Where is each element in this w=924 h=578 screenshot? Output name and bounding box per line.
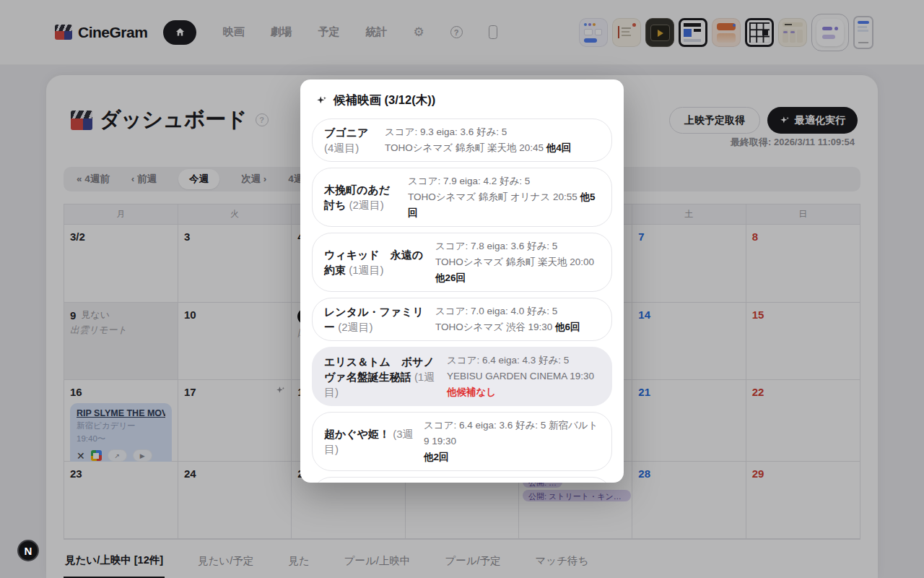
candidate-movies-modal: 候補映画 (3/12(木)) ブゴニア (4週目) スコア: 9.3 eiga:… <box>300 79 624 483</box>
candidate-movie-item[interactable]: レンタル・ファミリー (2週目) スコア: 7.0 eiga: 4.0 好み: … <box>312 298 612 341</box>
movie-showtime: TOHOシネマズ 錦糸町 楽天地 20:45 <box>385 142 544 153</box>
no-other-candidates: 他候補なし <box>447 384 600 400</box>
movie-scores: スコア: 7.8 eiga: 3.6 好み: 5 <box>435 238 600 254</box>
candidate-movie-item[interactable]: ウィキッド 永遠の約束 (1週目) スコア: 7.8 eiga: 3.6 好み:… <box>312 233 612 292</box>
movie-weeks: (4週目) <box>324 142 359 154</box>
modal-title: 候補映画 (3/12(木)) <box>334 92 435 108</box>
movie-scores: スコア: 9.3 eiga: 3.6 好み: 5 <box>385 124 600 140</box>
sparkle-icon <box>316 95 327 106</box>
movie-showtime: TOHOシネマズ 錦糸町 楽天地 20:00 <box>435 256 594 267</box>
movie-other-count: 他2回 <box>424 452 449 462</box>
candidate-movie-item[interactable]: レッツ・ゲット・ロスト (16週目) スコア: 5.1 eiga: 4.3 好み… <box>312 477 612 483</box>
movie-weeks: (2週目) <box>338 321 372 333</box>
movie-showtime: TOHOシネマズ 錦糸町 オリナス 20:55 <box>408 191 578 202</box>
candidate-movie-item[interactable]: 木挽町のあだ討ち (2週目) スコア: 7.9 eiga: 4.2 好み: 5 … <box>312 168 612 227</box>
movie-other-count: 他26回 <box>435 272 466 283</box>
candidate-movie-item-selected[interactable]: エリス＆トム ボサノヴァ名盤誕生秘話 (1週目) スコア: 6.4 eiga: … <box>312 347 612 406</box>
candidate-movie-item[interactable]: ブゴニア (4週目) スコア: 9.3 eiga: 3.6 好み: 5 TOHO… <box>312 118 612 162</box>
movie-scores: スコア: 7.0 eiga: 4.0 好み: 5 <box>435 303 600 319</box>
candidate-movie-item[interactable]: 超かぐや姫！ (3週目) スコア: 6.4 eiga: 3.6 好み: 5 新宿… <box>312 412 612 471</box>
movie-weeks: (2週目) <box>349 199 384 211</box>
movie-title: 超かぐや姫！ <box>324 428 390 440</box>
movie-scores: スコア: 6.4 eiga: 4.3 好み: 5 <box>447 353 600 368</box>
movie-showtime: YEBISU GARDEN CINEMA 19:30 <box>447 368 600 384</box>
dev-tools-badge[interactable]: N <box>17 540 39 561</box>
movie-title: ブゴニア <box>324 126 368 139</box>
movie-scores: スコア: 7.9 eiga: 4.2 好み: 5 <box>408 173 600 189</box>
movie-weeks: (1週目) <box>349 264 383 276</box>
movie-other-count: 他6回 <box>555 322 580 332</box>
movie-showtime: TOHOシネマズ 渋谷 19:30 <box>435 322 552 332</box>
movie-scores: スコア: 6.4 eiga: 3.6 好み: 5 新宿バルト9 19:30 <box>424 418 600 449</box>
movie-other-count: 他4回 <box>546 142 572 153</box>
